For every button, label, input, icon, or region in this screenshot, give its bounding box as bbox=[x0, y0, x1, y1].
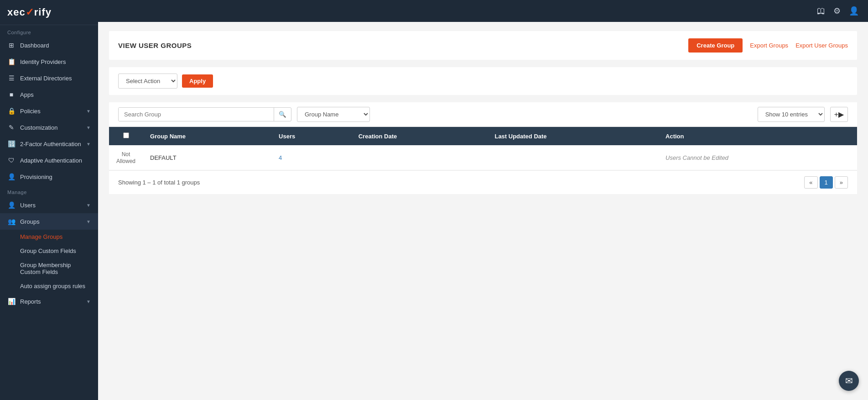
sidebar-item-label: Dashboard bbox=[20, 42, 91, 49]
search-input[interactable] bbox=[119, 108, 274, 121]
sidebar-item-policies[interactable]: 🔒 Policies ▼ bbox=[0, 103, 98, 119]
sidebar-item-label: Apps bbox=[20, 91, 91, 98]
customization-icon: ✎ bbox=[7, 124, 16, 131]
user-icon[interactable]: 👤 bbox=[849, 6, 859, 16]
group-filter-dropdown[interactable]: Group Name Users Creation Date bbox=[297, 107, 370, 122]
table-footer: Showing 1 – 1 of total 1 groups « 1 » bbox=[109, 170, 857, 194]
td-checkbox: Not Allowed bbox=[109, 145, 143, 170]
sidebar-item-dashboard[interactable]: ⊞ Dashboard bbox=[0, 37, 98, 53]
sidebar-item-label: Customization bbox=[20, 124, 82, 131]
chat-fab-button[interactable]: ✉ bbox=[839, 371, 859, 391]
sidebar-item-external-directories[interactable]: ☰ External Directories bbox=[0, 70, 98, 86]
export-user-groups-button[interactable]: Export User Groups bbox=[795, 42, 848, 49]
td-last-updated-date bbox=[487, 145, 658, 170]
sidebar-item-apps[interactable]: ■ Apps bbox=[0, 86, 98, 103]
sidebar-item-adaptive-auth[interactable]: 🛡 Adaptive Authentication bbox=[0, 152, 98, 168]
2fa-icon: 🔢 bbox=[7, 140, 16, 147]
create-group-button[interactable]: Create Group bbox=[688, 38, 743, 53]
not-allowed-label: Not Allowed bbox=[116, 151, 135, 164]
chevron-down-icon: ▼ bbox=[86, 109, 91, 114]
th-checkbox bbox=[109, 127, 143, 145]
chevron-down-icon: ▼ bbox=[86, 299, 91, 304]
sub-item-label: Group Custom Fields bbox=[20, 247, 76, 254]
sub-item-label: Group Membership Custom Fields bbox=[20, 262, 91, 275]
sidebar-item-label: Users bbox=[20, 202, 82, 209]
book-icon[interactable]: 🕮 bbox=[817, 6, 825, 16]
sidebar-item-label: Adaptive Authentication bbox=[20, 157, 91, 164]
pagination-prev-button[interactable]: « bbox=[804, 176, 817, 189]
th-last-updated-date: Last Updated Date bbox=[487, 127, 658, 145]
th-users: Users bbox=[271, 127, 351, 145]
sidebar-item-label: External Directories bbox=[20, 75, 91, 82]
external-directories-icon: ☰ bbox=[7, 74, 16, 82]
logo-shield-icon: ✓ bbox=[26, 6, 34, 18]
users-count-link[interactable]: 4 bbox=[279, 154, 282, 161]
sidebar-sub-item-manage-groups[interactable]: Manage Groups bbox=[0, 230, 98, 244]
th-creation-date: Creation Date bbox=[351, 127, 488, 145]
sidebar-item-label: Policies bbox=[20, 108, 82, 115]
pagination-next-button[interactable]: » bbox=[835, 176, 848, 189]
identity-providers-icon: 📋 bbox=[7, 58, 16, 65]
main-area: 🕮 ⚙ 👤 VIEW USER GROUPS Create Group Expo… bbox=[98, 0, 868, 400]
sidebar-item-label: 2-Factor Authentication bbox=[20, 141, 82, 147]
data-table: Group Name Users Creation Date Last Upda… bbox=[109, 127, 857, 170]
sidebar-item-label: Identity Providers bbox=[20, 58, 91, 65]
chat-icon: ✉ bbox=[845, 375, 853, 386]
column-visibility-button[interactable]: +▶ bbox=[830, 107, 848, 122]
chevron-down-icon: ▼ bbox=[86, 125, 91, 130]
pagination: « 1 » bbox=[804, 176, 848, 189]
reports-icon: 📊 bbox=[7, 298, 16, 305]
th-action: Action bbox=[658, 127, 857, 145]
table-container: 🔍 Group Name Users Creation Date Show 10… bbox=[109, 102, 857, 194]
sidebar-item-label: Groups bbox=[20, 218, 82, 225]
header-actions: Create Group Export Groups Export User G… bbox=[688, 38, 848, 53]
filter-row: Select Action Apply bbox=[109, 67, 857, 95]
top-bar: 🕮 ⚙ 👤 bbox=[98, 0, 868, 22]
td-action: Users Cannot be Edited bbox=[658, 145, 857, 170]
select-action-dropdown[interactable]: Select Action bbox=[118, 74, 177, 89]
dashboard-icon: ⊞ bbox=[7, 42, 16, 49]
page-header: VIEW USER GROUPS Create Group Export Gro… bbox=[109, 31, 857, 60]
page-title: VIEW USER GROUPS bbox=[118, 42, 192, 49]
search-container: 🔍 bbox=[118, 107, 291, 121]
logo-text: xec✓rify bbox=[7, 6, 52, 18]
sidebar: xec✓rify Configure ⊞ Dashboard 📋 Identit… bbox=[0, 0, 98, 400]
users-icon: 👤 bbox=[7, 201, 16, 209]
manage-section-label: Manage bbox=[0, 185, 98, 197]
td-users: 4 bbox=[271, 145, 351, 170]
apply-button[interactable]: Apply bbox=[182, 74, 213, 88]
configure-section-label: Configure bbox=[0, 25, 98, 37]
sidebar-item-label: Provisioning bbox=[20, 174, 91, 180]
sidebar-item-reports[interactable]: 📊 Reports ▼ bbox=[0, 293, 98, 310]
td-creation-date bbox=[351, 145, 488, 170]
policies-icon: 🔒 bbox=[7, 107, 16, 115]
apps-icon: ■ bbox=[7, 91, 16, 98]
entries-dropdown[interactable]: Show 10 entries Show 25 entries Show 50 … bbox=[758, 107, 825, 122]
th-group-name: Group Name bbox=[143, 127, 271, 145]
pagination-page-1-button[interactable]: 1 bbox=[820, 176, 833, 189]
showing-text: Showing 1 – 1 of total 1 groups bbox=[118, 179, 200, 186]
sidebar-item-customization[interactable]: ✎ Customization ▼ bbox=[0, 119, 98, 136]
sidebar-item-provisioning[interactable]: 👤 Provisioning bbox=[0, 168, 98, 185]
select-all-checkbox[interactable] bbox=[123, 132, 129, 138]
sub-item-label: Manage Groups bbox=[20, 233, 62, 240]
groups-icon: 👥 bbox=[7, 218, 16, 225]
chevron-down-icon: ▼ bbox=[86, 203, 91, 208]
logo-area: xec✓rify bbox=[0, 0, 98, 25]
content-area: VIEW USER GROUPS Create Group Export Gro… bbox=[98, 22, 868, 400]
action-label: Users Cannot be Edited bbox=[665, 154, 728, 161]
export-groups-button[interactable]: Export Groups bbox=[750, 42, 788, 49]
td-group-name: DEFAULT bbox=[143, 145, 271, 170]
sidebar-sub-item-auto-assign-groups-rules[interactable]: Auto assign groups rules bbox=[0, 279, 98, 293]
chevron-down-icon: ▼ bbox=[86, 219, 91, 224]
sidebar-item-2fa[interactable]: 🔢 2-Factor Authentication ▼ bbox=[0, 136, 98, 152]
settings-icon[interactable]: ⚙ bbox=[833, 6, 841, 16]
chevron-down-icon: ▼ bbox=[86, 142, 91, 147]
sidebar-item-identity-providers[interactable]: 📋 Identity Providers bbox=[0, 53, 98, 70]
sidebar-item-users[interactable]: 👤 Users ▼ bbox=[0, 197, 98, 213]
sidebar-sub-item-group-custom-fields[interactable]: Group Custom Fields bbox=[0, 244, 98, 258]
sidebar-item-groups[interactable]: 👥 Groups ▼ bbox=[0, 213, 98, 230]
table-header-row: Group Name Users Creation Date Last Upda… bbox=[109, 127, 857, 145]
search-button[interactable]: 🔍 bbox=[274, 108, 291, 121]
sidebar-sub-item-group-membership-custom-fields[interactable]: Group Membership Custom Fields bbox=[0, 258, 98, 279]
